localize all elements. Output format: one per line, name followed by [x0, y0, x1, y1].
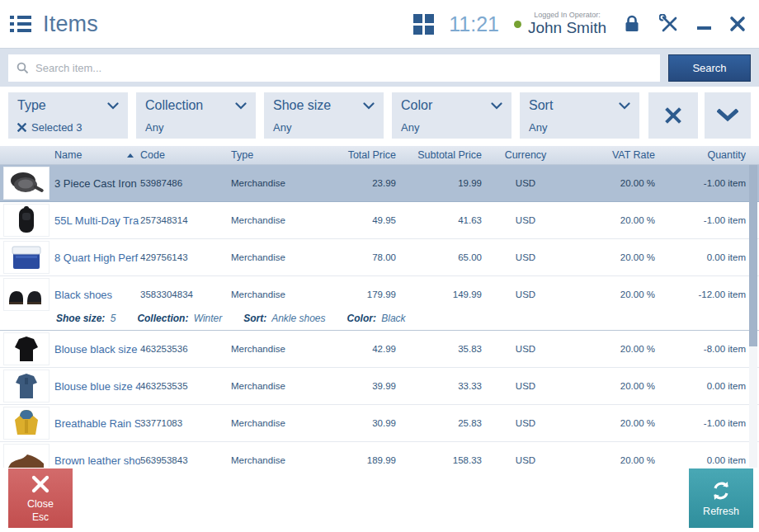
item-total-price: 42.99: [330, 344, 396, 354]
item-currency: USD: [482, 455, 569, 465]
refresh-button[interactable]: Refresh: [689, 468, 753, 528]
search-button[interactable]: Search: [668, 54, 751, 82]
table-row[interactable]: 8 Quart High Perf 429756143 Merchandise …: [0, 239, 759, 276]
item-subtotal-price: 25.83: [396, 418, 482, 428]
product-image: [3, 167, 50, 200]
item-attributes: Shoe size: 5Collection: WinterSort: Ankl…: [0, 313, 759, 330]
filter-dropdown-type[interactable]: Type Selected 3: [8, 92, 128, 139]
filter-dropdown-shoe-size[interactable]: Shoe size Any: [264, 92, 384, 139]
clear-filters-icon: [664, 106, 682, 125]
minimize-icon: [697, 26, 711, 30]
close-icon: [729, 16, 746, 32]
search-box[interactable]: [8, 54, 660, 82]
tools-button[interactable]: [658, 12, 681, 35]
item-code: 463253536: [140, 344, 231, 354]
filter-label: Type: [17, 98, 46, 113]
item-quantity: -1.00 item: [655, 215, 746, 225]
filter-dropdown-sort[interactable]: Sort Any: [520, 92, 639, 139]
table-row[interactable]: Blouse black size 3 463253536 Merchandis…: [0, 331, 759, 368]
column-header-total-price[interactable]: Total Price: [330, 149, 396, 161]
close-window-button[interactable]: [728, 14, 747, 34]
minimize-button[interactable]: [695, 16, 713, 31]
item-vat-rate: 20.00 %: [569, 455, 655, 465]
item-subtotal-price: 33.33: [396, 381, 482, 391]
table-row[interactable]: Black shoes 3583304834 Merchandise 179.9…: [0, 276, 759, 331]
item-subtotal-price: 19.99: [396, 178, 482, 188]
filter-dropdown-collection[interactable]: Collection Any: [136, 92, 256, 139]
item-total-price: 49.95: [330, 215, 396, 225]
item-attribute: Color: Black: [347, 313, 406, 324]
clear-selection-icon[interactable]: [17, 123, 26, 132]
filter-label: Color: [401, 98, 432, 113]
footer-bar: Close Esc Refresh: [0, 468, 759, 532]
filter-label: Collection: [145, 98, 203, 113]
column-header-currency[interactable]: Currency: [482, 149, 569, 161]
menu-list-icon[interactable]: [10, 16, 31, 32]
chevron-down-icon: [235, 102, 247, 110]
table-row[interactable]: 3 Piece Cast Iron S 53987486 Merchandise…: [0, 165, 759, 202]
item-attribute: Shoe size: 5: [56, 313, 116, 324]
item-type: Merchandise: [231, 344, 330, 354]
item-vat-rate: 20.00 %: [569, 178, 655, 188]
column-header-name[interactable]: Name: [54, 149, 140, 161]
item-total-price: 30.99: [330, 418, 396, 428]
chevron-down-icon: [619, 102, 630, 110]
column-header-quantity[interactable]: Quantity: [655, 149, 746, 161]
item-type: Merchandise: [231, 178, 330, 188]
column-header-vat-rate[interactable]: VAT Rate: [569, 149, 655, 161]
lock-icon: [623, 14, 641, 34]
item-name: Brown leather sho: [54, 454, 140, 467]
item-total-price: 189.99: [330, 455, 396, 465]
product-image: [3, 241, 50, 274]
item-vat-rate: 20.00 %: [569, 418, 655, 428]
chevron-down-icon: [107, 102, 119, 110]
item-type: Merchandise: [231, 290, 330, 299]
items-window: Items 11:21 Logged In Operator: John Smi…: [0, 0, 759, 532]
table-row[interactable]: Brown leather sho 563953843 Merchandise …: [0, 442, 759, 468]
product-image: [3, 407, 50, 440]
item-name: 8 Quart High Perf: [54, 252, 140, 264]
clear-filters-button[interactable]: [648, 92, 698, 139]
filter-label: Sort: [529, 98, 553, 113]
tiles-grid-icon[interactable]: [413, 14, 434, 35]
column-header-subtotal-price[interactable]: Subtotal Price: [396, 149, 482, 161]
item-attribute: Sort: Ankle shoes: [243, 313, 325, 324]
scrollbar-thumb[interactable]: [749, 165, 757, 346]
logged-in-operator[interactable]: Logged In Operator: John Smith: [514, 12, 606, 37]
lock-button[interactable]: [621, 12, 643, 35]
item-code: 563953843: [140, 455, 231, 465]
filter-value: Selected 3: [31, 121, 82, 134]
item-type: Merchandise: [231, 418, 330, 428]
item-vat-rate: 20.00 %: [569, 381, 655, 391]
item-type: Merchandise: [231, 215, 330, 225]
item-quantity: 0.00 item: [655, 252, 746, 262]
close-button[interactable]: Close Esc: [8, 468, 73, 528]
rows-container: 3 Piece Cast Iron S 53987486 Merchandise…: [0, 165, 759, 468]
item-quantity: -1.00 item: [655, 418, 746, 428]
table-row[interactable]: 55L Multi-Day Tra 257348314 Merchandise …: [0, 202, 759, 239]
item-quantity: -1.00 item: [655, 178, 746, 188]
filter-dropdown-color[interactable]: Color Any: [392, 92, 512, 139]
sort-ascending-icon: [127, 153, 134, 158]
refresh-icon: [710, 480, 732, 501]
item-name: 3 Piece Cast Iron S: [54, 177, 140, 190]
item-vat-rate: 20.00 %: [569, 215, 655, 225]
expand-filters-button[interactable]: [705, 92, 751, 139]
operator-name: John Smith: [528, 19, 606, 36]
item-currency: USD: [482, 178, 569, 188]
column-header-code[interactable]: Code: [140, 149, 231, 161]
item-currency: USD: [482, 290, 569, 299]
product-image: [3, 370, 50, 403]
table-row[interactable]: Breathable Rain S 33771083 Merchandise 3…: [0, 405, 759, 442]
item-total-price: 23.99: [330, 178, 396, 188]
item-code: 257348314: [140, 215, 231, 225]
tools-icon: [659, 14, 679, 34]
search-input[interactable]: [35, 62, 652, 74]
product-image: [3, 204, 50, 237]
scrollbar-track[interactable]: [749, 165, 757, 468]
item-code: 3583304834: [140, 290, 231, 299]
item-total-price: 179.99: [330, 290, 396, 299]
column-header-type[interactable]: Type: [231, 149, 330, 161]
table-row[interactable]: Blouse blue size 4 463253535 Merchandise…: [0, 368, 759, 405]
item-quantity: -8.00 item: [655, 344, 746, 354]
